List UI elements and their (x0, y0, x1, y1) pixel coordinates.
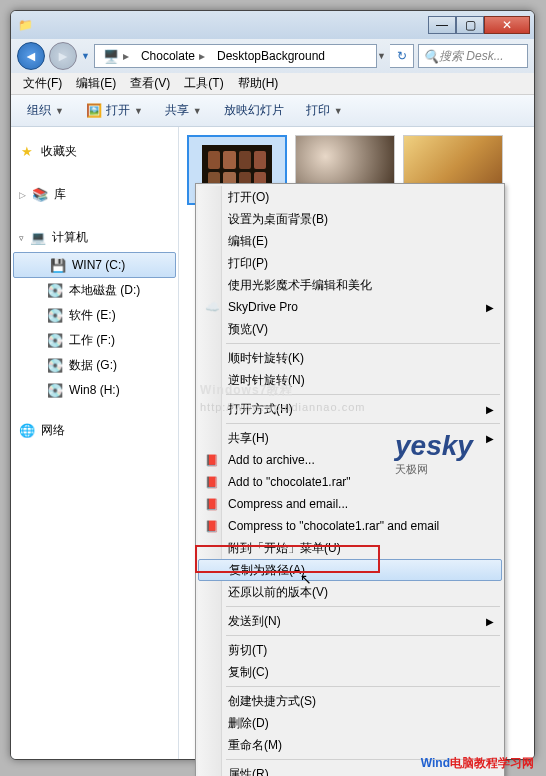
ctx-cut[interactable]: 剪切(T) (198, 639, 502, 661)
libraries-header[interactable]: ▷📚库 (11, 180, 178, 209)
ctx-delete[interactable]: 删除(D) (198, 712, 502, 734)
maximize-button[interactable]: ▢ (456, 16, 484, 34)
drive-d[interactable]: 💽本地磁盘 (D:) (11, 278, 178, 303)
drive-icon: 💽 (47, 382, 63, 398)
menu-view[interactable]: 查看(V) (124, 73, 176, 94)
menu-bar: 文件(F) 编辑(E) 查看(V) 工具(T) 帮助(H) (11, 73, 534, 95)
menu-help[interactable]: 帮助(H) (232, 73, 285, 94)
ctx-share[interactable]: 共享(H)▶ (198, 427, 502, 449)
menu-tools[interactable]: 工具(T) (178, 73, 229, 94)
winrar-icon: 📕 (204, 496, 220, 512)
ctx-skydrive[interactable]: ☁️SkyDrive Pro▶ (198, 296, 502, 318)
winrar-icon: 📕 (204, 474, 220, 490)
open-icon: 🖼️ (86, 103, 102, 119)
ctx-edit[interactable]: 编辑(E) (198, 230, 502, 252)
ctx-pin-start[interactable]: 附到「开始」菜单(U) (198, 537, 502, 559)
favorites-header[interactable]: ★收藏夹 (11, 137, 178, 166)
drive-icon: 💽 (47, 333, 63, 349)
drive-icon: 💽 (47, 358, 63, 374)
address-bar: ◄ ► ▼ 🖥️▸ Chocolate▸ DesktopBackground ▼… (11, 39, 534, 73)
ctx-compress-rar-email[interactable]: 📕Compress to "chocolate1.rar" and email (198, 515, 502, 537)
print-button[interactable]: 打印▼ (298, 98, 351, 123)
ctx-add-archive[interactable]: 📕Add to archive... (198, 449, 502, 471)
ctx-copy[interactable]: 复制(C) (198, 661, 502, 683)
search-placeholder: 搜索 Desk... (439, 48, 504, 65)
history-dropdown-icon[interactable]: ▼ (81, 51, 90, 61)
ctx-compress-email[interactable]: 📕Compress and email... (198, 493, 502, 515)
cloud-icon: ☁️ (204, 299, 220, 315)
close-button[interactable]: ✕ (484, 16, 530, 34)
ctx-rotate-cw[interactable]: 顺时针旋转(K) (198, 347, 502, 369)
ctx-copy-as-path[interactable]: 复制为路径(A) (198, 559, 502, 581)
search-input[interactable]: 🔍 搜索 Desk... (418, 44, 528, 68)
ctx-open[interactable]: 打开(O) (198, 186, 502, 208)
computer-icon: 🖥️ (103, 48, 119, 64)
breadcrumb-dropdown-icon[interactable]: ▼ (377, 51, 386, 61)
crumb-desktopbackground[interactable]: DesktopBackground (217, 49, 325, 63)
ctx-print[interactable]: 打印(P) (198, 252, 502, 274)
footer-watermark: Wind电脑教程学习网 (421, 753, 534, 772)
winrar-icon: 📕 (204, 452, 220, 468)
ctx-create-shortcut[interactable]: 创建快捷方式(S) (198, 690, 502, 712)
drive-icon: 💽 (47, 308, 63, 324)
open-button[interactable]: 🖼️打开▼ (78, 98, 151, 123)
computer-icon: 💻 (30, 230, 46, 246)
drive-e[interactable]: 💽软件 (E:) (11, 303, 178, 328)
titlebar: 📁 — ▢ ✕ (11, 11, 534, 39)
window-controls: — ▢ ✕ (428, 16, 530, 34)
ctx-send-to[interactable]: 发送到(N)▶ (198, 610, 502, 632)
search-icon: 🔍 (423, 48, 439, 64)
navigation-pane: ★收藏夹 ▷📚库 ▿💻计算机 💾WIN7 (C:) 💽本地磁盘 (D:) 💽软件… (11, 127, 179, 759)
network-icon: 🌐 (19, 423, 35, 439)
slideshow-button[interactable]: 放映幻灯片 (216, 98, 292, 123)
ctx-add-rar[interactable]: 📕Add to "chocolate1.rar" (198, 471, 502, 493)
share-button[interactable]: 共享▼ (157, 98, 210, 123)
back-button[interactable]: ◄ (17, 42, 45, 70)
drive-icon: 💽 (47, 283, 63, 299)
toolbar: 组织▼ 🖼️打开▼ 共享▼ 放映幻灯片 打印▼ (11, 95, 534, 127)
star-icon: ★ (19, 144, 35, 160)
library-icon: 📚 (32, 187, 48, 203)
ctx-preview[interactable]: 预览(V) (198, 318, 502, 340)
ctx-set-wallpaper[interactable]: 设置为桌面背景(B) (198, 208, 502, 230)
forward-button[interactable]: ► (49, 42, 77, 70)
drive-icon: 💾 (50, 257, 66, 273)
menu-edit[interactable]: 编辑(E) (70, 73, 122, 94)
context-menu: 打开(O) 设置为桌面背景(B) 编辑(E) 打印(P) 使用光影魔术手编辑和美… (195, 183, 505, 776)
drive-f[interactable]: 💽工作 (F:) (11, 328, 178, 353)
ctx-meitu[interactable]: 使用光影魔术手编辑和美化 (198, 274, 502, 296)
drive-g[interactable]: 💽数据 (G:) (11, 353, 178, 378)
refresh-button[interactable]: ↻ (390, 44, 414, 68)
winrar-icon: 📕 (204, 518, 220, 534)
computer-header[interactable]: ▿💻计算机 (11, 223, 178, 252)
ctx-restore-version[interactable]: 还原以前的版本(V) (198, 581, 502, 603)
ctx-rotate-ccw[interactable]: 逆时针旋转(N) (198, 369, 502, 391)
ctx-open-with[interactable]: 打开方式(H)▶ (198, 398, 502, 420)
crumb-chocolate[interactable]: Chocolate (141, 49, 195, 63)
menu-file[interactable]: 文件(F) (17, 73, 68, 94)
network-header[interactable]: 🌐网络 (11, 416, 178, 445)
drive-h[interactable]: 💽Win8 (H:) (11, 378, 178, 402)
organize-button[interactable]: 组织▼ (19, 98, 72, 123)
minimize-button[interactable]: — (428, 16, 456, 34)
drive-c[interactable]: 💾WIN7 (C:) (13, 252, 176, 278)
folder-icon: 📁 (15, 15, 35, 35)
breadcrumb[interactable]: 🖥️▸ Chocolate▸ DesktopBackground (94, 44, 377, 68)
